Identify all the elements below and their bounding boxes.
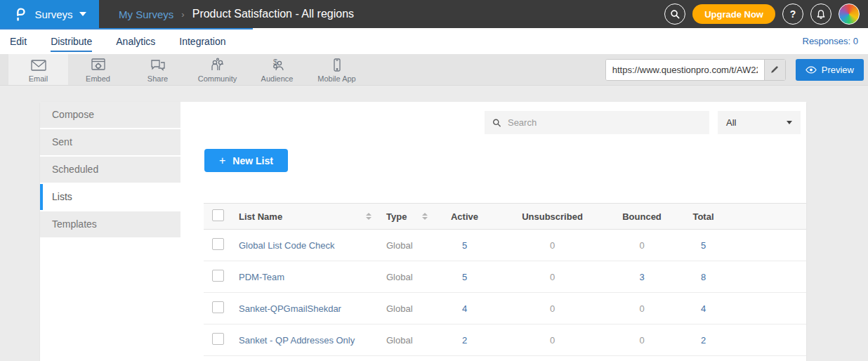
survey-url-input[interactable] <box>606 60 764 80</box>
row-checkbox[interactable] <box>212 301 224 313</box>
unsubscribed-count[interactable]: 0 <box>494 240 610 251</box>
active-count[interactable]: 5 <box>435 240 494 251</box>
top-header-bar: Surveys My Surveys › Product Satisfactio… <box>0 0 868 28</box>
active-count[interactable]: 2 <box>435 335 494 346</box>
tab-analytics[interactable]: Analytics <box>116 30 155 52</box>
loading-indicator <box>0 28 253 29</box>
table-row: PDM-Team Global 5 0 3 8 <box>204 261 806 293</box>
total-count[interactable]: 2 <box>673 335 733 346</box>
list-type: Global <box>379 272 435 282</box>
toolbar-item-label: Embed <box>86 74 110 83</box>
row-checkbox[interactable] <box>212 333 224 345</box>
row-checkbox-cell <box>204 333 235 347</box>
list-type: Global <box>379 303 435 314</box>
search-icon[interactable] <box>664 4 685 25</box>
unsubscribed-count[interactable]: 0 <box>494 272 610 282</box>
page-content: Compose Sent Scheduled Lists Templates A… <box>0 86 868 361</box>
toolbar-item-community[interactable]: Community <box>188 54 247 85</box>
list-name-link[interactable]: Sanket - QP Addresses Only <box>235 335 379 346</box>
bounced-count[interactable]: 0 <box>610 240 673 251</box>
search-input[interactable] <box>508 117 702 128</box>
preview-button[interactable]: Preview <box>796 59 864 81</box>
breadcrumb-separator-icon: › <box>181 9 184 20</box>
total-count[interactable]: 4 <box>673 303 733 314</box>
list-filter-dropdown[interactable]: All <box>718 111 801 134</box>
table-body: Global List Code Check Global 5 0 0 5 PD… <box>204 230 806 356</box>
sidebar-item-scheduled[interactable]: Scheduled <box>40 157 180 183</box>
header-actions: Upgrade Now ? <box>664 4 868 25</box>
col-bounced: Bounced <box>610 211 673 222</box>
bounced-count[interactable]: 0 <box>610 303 673 314</box>
chevron-down-icon <box>79 12 86 16</box>
list-type: Global <box>379 240 435 251</box>
bounced-count[interactable]: 0 <box>610 335 673 346</box>
toolbar-item-label: Audience <box>261 74 294 83</box>
table-row: Global List Code Check Global 5 0 0 5 <box>204 230 806 261</box>
row-checkbox-cell <box>204 270 235 284</box>
search-box <box>485 111 709 134</box>
notifications-bell-icon[interactable] <box>810 4 831 25</box>
toolbar-item-email[interactable]: Email <box>8 54 68 85</box>
toolbar-item-label: Community <box>198 74 237 83</box>
pencil-icon <box>770 65 780 74</box>
sidebar-item-sent[interactable]: Sent <box>40 129 180 155</box>
plus-icon: + <box>219 155 225 167</box>
sort-type-icon[interactable] <box>422 213 428 220</box>
total-count[interactable]: 5 <box>673 240 733 251</box>
unsubscribed-count[interactable]: 0 <box>494 303 610 314</box>
bounced-count[interactable]: 3 <box>610 272 673 282</box>
help-icon[interactable]: ? <box>782 4 803 25</box>
table-row: Sanket - QP Addresses Only Global 2 0 0 … <box>204 324 806 356</box>
active-count[interactable]: 5 <box>435 272 494 282</box>
lists-table: List Name Type Active Unsubscribed Bounc… <box>204 203 806 356</box>
toolbar-item-audience[interactable]: $ Audience <box>247 54 307 85</box>
row-checkbox-cell <box>204 238 235 252</box>
share-icon <box>149 57 167 74</box>
user-avatar[interactable] <box>839 4 860 25</box>
col-active: Active <box>435 211 494 222</box>
sort-list-name-icon[interactable] <box>366 213 371 220</box>
product-switcher[interactable]: Surveys <box>0 0 99 28</box>
total-count[interactable]: 8 <box>673 272 733 282</box>
select-all-cell <box>204 209 235 223</box>
nav-tabs: Edit Distribute Analytics Integration <box>0 30 225 52</box>
magnifier-icon <box>670 9 680 20</box>
sidebar-item-compose[interactable]: Compose <box>40 102 180 128</box>
mobile-phone-icon <box>328 57 346 74</box>
questionpro-logo-icon <box>13 5 28 23</box>
tab-edit[interactable]: Edit <box>10 30 27 52</box>
row-checkbox[interactable] <box>212 238 224 250</box>
tab-distribute[interactable]: Distribute <box>51 30 92 52</box>
email-lists-card: Compose Sent Scheduled Lists Templates A… <box>40 102 806 361</box>
list-name-link[interactable]: Global List Code Check <box>235 240 379 251</box>
preview-label: Preview <box>822 65 854 75</box>
community-people-icon <box>209 57 227 74</box>
active-count[interactable]: 4 <box>435 303 494 314</box>
sidebar-item-templates[interactable]: Templates <box>40 211 180 237</box>
list-name-link[interactable]: PDM-Team <box>235 272 379 282</box>
lists-main-panel: All + New List List Name <box>180 102 806 361</box>
col-type-label: Type <box>386 211 407 222</box>
toolbar-item-share[interactable]: Share <box>128 54 188 85</box>
bell-icon <box>816 9 826 20</box>
list-name-link[interactable]: Sanket-QPGmailShekdar <box>235 303 379 314</box>
chevron-down-icon <box>787 121 792 124</box>
new-list-label: New List <box>232 155 273 166</box>
email-icon <box>29 57 48 74</box>
new-list-button[interactable]: + New List <box>204 149 288 172</box>
toolbar-item-label: Email <box>29 74 48 83</box>
toolbar-item-embed[interactable]: Embed <box>68 54 128 85</box>
breadcrumb-my-surveys[interactable]: My Surveys <box>119 8 173 20</box>
edit-url-button[interactable] <box>764 60 785 80</box>
responses-count[interactable]: Responses: 0 <box>803 36 868 46</box>
upgrade-now-button[interactable]: Upgrade Now <box>692 4 775 24</box>
tab-integration[interactable]: Integration <box>179 30 225 52</box>
sidebar-item-lists[interactable]: Lists <box>40 184 180 210</box>
row-checkbox[interactable] <box>212 270 224 282</box>
survey-nav-bar: Edit Distribute Analytics Integration Re… <box>0 28 868 54</box>
select-all-checkbox[interactable] <box>212 209 224 221</box>
unsubscribed-count[interactable]: 0 <box>494 335 610 346</box>
embed-icon <box>89 57 107 74</box>
toolbar-item-mobile-app[interactable]: Mobile App <box>307 54 367 85</box>
email-sidebar: Compose Sent Scheduled Lists Templates <box>40 102 180 361</box>
